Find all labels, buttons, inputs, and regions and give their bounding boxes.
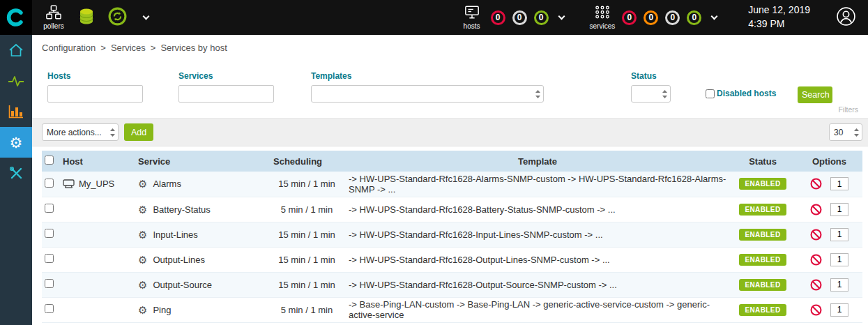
service-name[interactable]: Output-Source: [153, 280, 212, 290]
breadcrumb-item-services-by-host[interactable]: Services by host: [160, 43, 227, 53]
gear-icon: ⚙: [10, 135, 23, 150]
database-icon[interactable]: [78, 7, 95, 29]
sidebar-item-reporting[interactable]: [0, 96, 32, 127]
row-checkbox[interactable]: [45, 179, 54, 188]
services-critical-counter[interactable]: 0: [622, 10, 637, 25]
pollers-label: pollers: [43, 22, 63, 30]
sidebar-item-administration[interactable]: [0, 158, 32, 188]
hosts-filter-input[interactable]: [47, 85, 143, 103]
duplicate-count-input[interactable]: [830, 228, 848, 241]
duplicate-count-input[interactable]: [830, 177, 848, 190]
scheduling-cell: 15 min / 1 min: [268, 247, 346, 272]
row-checkbox[interactable]: [45, 279, 54, 288]
breadcrumb-separator: >: [151, 43, 156, 53]
scheduling-cell: 5 min / 1 min: [268, 297, 346, 322]
main-content: Configuration > Services > Services by h…: [32, 35, 868, 323]
scheduling-cell: 15 min / 1 min: [268, 172, 346, 197]
row-checkbox[interactable]: [45, 254, 54, 263]
service-name[interactable]: Ping: [153, 305, 171, 315]
service-name[interactable]: Battery-Status: [153, 204, 210, 215]
user-avatar-icon[interactable]: [835, 6, 857, 30]
date-label: June 12, 2019: [748, 3, 810, 17]
platform-status-icon[interactable]: [107, 6, 128, 29]
hosts-filter-group: Hosts: [47, 71, 143, 103]
services-unknown-counter[interactable]: 0: [665, 10, 680, 25]
host-icon: [63, 179, 75, 189]
service-name[interactable]: Alarms: [153, 179, 181, 189]
status-badge: ENABLED: [739, 178, 786, 190]
hosts-menu[interactable]: hosts: [460, 5, 484, 30]
filter-panel: Hosts Services Templates Status Disabled…: [32, 60, 868, 119]
col-header-status[interactable]: Status: [729, 151, 796, 172]
table-row: ⚙Output-Lines 15 min / 1 min -> HW-UPS-S…: [42, 247, 862, 272]
templates-filter-select[interactable]: [311, 85, 544, 103]
scheduling-cell: 15 min / 1 min: [268, 222, 346, 247]
services-filter-input[interactable]: [178, 85, 274, 103]
disabled-hosts-label[interactable]: Disabled hosts: [717, 89, 776, 98]
hosts-unreachable-counter[interactable]: 0: [512, 10, 527, 25]
services-ok-counter[interactable]: 0: [687, 10, 701, 25]
disable-icon[interactable]: [810, 229, 822, 241]
chevron-down-icon[interactable]: [558, 13, 565, 20]
row-checkbox[interactable]: [45, 204, 54, 213]
col-header-host[interactable]: Host: [60, 151, 135, 172]
hosts-up-counter[interactable]: 0: [534, 10, 549, 25]
services-filter-group: Services: [178, 71, 274, 103]
col-header-template[interactable]: Template: [346, 151, 729, 172]
centreon-logo[interactable]: [0, 0, 32, 35]
sidebar-item-configuration[interactable]: ⚙: [0, 127, 32, 158]
duplicate-count-input[interactable]: [830, 203, 848, 216]
services-table-area: Host Service Scheduling Template Status …: [32, 146, 868, 323]
service-name[interactable]: Output-Lines: [153, 255, 204, 265]
services-table: Host Service Scheduling Template Status …: [42, 151, 862, 323]
disabled-hosts-checkbox[interactable]: [706, 89, 715, 98]
disable-icon[interactable]: [810, 204, 822, 216]
sidebar-item-home[interactable]: [0, 35, 32, 66]
clock: June 12, 2019 4:39 PM: [748, 3, 810, 31]
duplicate-count-input[interactable]: [830, 253, 848, 266]
service-gear-icon: ⚙: [138, 229, 147, 240]
host-name[interactable]: My_UPS: [79, 179, 114, 189]
actions-bar: More actions... Add 30: [32, 119, 868, 146]
disable-icon[interactable]: [810, 178, 822, 190]
disable-icon[interactable]: [810, 279, 822, 291]
breadcrumb-item-configuration[interactable]: Configuration: [42, 43, 96, 53]
pollers-menu[interactable]: pollers: [42, 5, 66, 30]
table-row: ⚙Input-Lines 15 min / 1 min -> HW-UPS-St…: [42, 222, 862, 247]
row-checkbox[interactable]: [45, 304, 54, 313]
services-warning-counter[interactable]: 0: [644, 10, 658, 25]
hosts-label: hosts: [464, 22, 480, 30]
col-header-service[interactable]: Service: [135, 151, 268, 172]
template-cell: -> Base-Ping-LAN-custom -> Base-Ping-LAN…: [346, 297, 729, 322]
centreon-logo-icon: [6, 7, 26, 28]
templates-filter-group: Templates: [311, 71, 544, 103]
more-actions-select[interactable]: More actions...: [42, 123, 119, 141]
table-row: My_UPS ⚙Alarms 15 min / 1 min -> HW-UPS-…: [42, 172, 862, 197]
disable-icon[interactable]: [810, 254, 822, 266]
page-size-select[interactable]: 30: [829, 123, 862, 141]
status-filter-select[interactable]: [631, 85, 671, 103]
breadcrumb-item-services[interactable]: Services: [111, 43, 146, 53]
services-label: services: [590, 22, 616, 30]
col-header-scheduling[interactable]: Scheduling: [268, 151, 346, 172]
add-button[interactable]: Add: [124, 123, 153, 141]
status-filter-label: Status: [631, 71, 671, 81]
service-gear-icon: ⚙: [138, 305, 147, 315]
row-checkbox[interactable]: [45, 229, 54, 238]
status-badge: ENABLED: [739, 204, 786, 216]
select-all-checkbox[interactable]: [45, 156, 54, 165]
chevron-down-icon[interactable]: [711, 13, 718, 20]
pollers-icon: [46, 5, 61, 21]
hosts-down-counter[interactable]: 0: [491, 10, 505, 25]
table-row: ⚙Output-Source 15 min / 1 min -> HW-UPS-…: [42, 272, 862, 297]
disable-icon[interactable]: [810, 304, 822, 316]
duplicate-count-input[interactable]: [830, 278, 848, 292]
hosts-filter-label: Hosts: [47, 71, 143, 81]
duplicate-count-input[interactable]: [830, 303, 848, 317]
service-name[interactable]: Input-Lines: [153, 229, 197, 240]
chevron-down-icon[interactable]: [143, 13, 150, 20]
sidebar-item-monitoring[interactable]: [0, 66, 32, 96]
search-button[interactable]: Search: [798, 86, 832, 103]
filters-caption: Filters: [838, 105, 858, 114]
services-menu[interactable]: services: [590, 5, 616, 30]
